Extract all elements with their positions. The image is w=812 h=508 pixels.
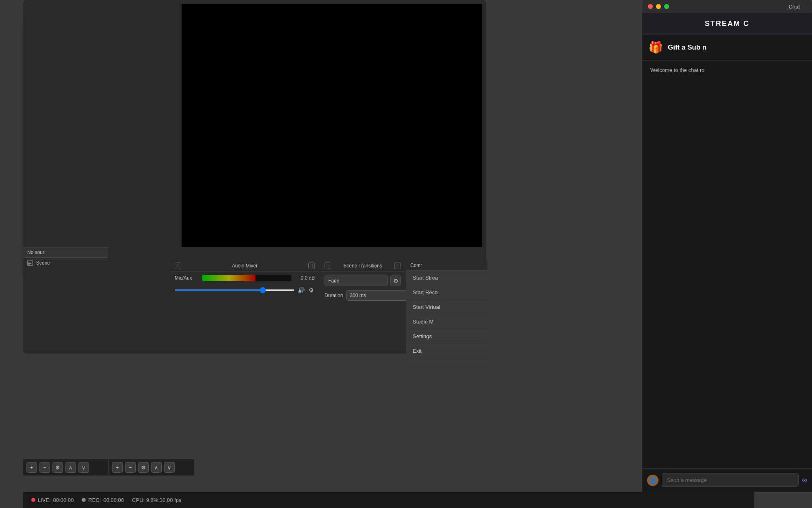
controls-header: Contr [406,261,487,271]
source-down-button[interactable]: ∨ [164,462,175,473]
audio-mixer-header: □ Audio Mixer □ [171,261,319,271]
cpu-status: CPU: 9.8%,30.00 fps [132,497,181,503]
scene-down-button[interactable]: ∨ [78,462,89,473]
audio-mixer-section: □ Audio Mixer □ Mic/Aux 0.0 dB 🔊 ⚙ [171,261,319,328]
duration-label: Duration [325,293,343,298]
chat-back-button[interactable]: ‹ [649,43,651,52]
scene-item[interactable]: ▶ Scene [23,258,108,268]
chat-maximize-light[interactable] [664,4,669,9]
studio-mode-button[interactable]: Studio M [406,315,487,329]
chat-minimize-light[interactable] [656,4,661,9]
gift-sub-banner[interactable]: ‹ 🎁 Gift a Sub n [642,35,812,60]
infinity-icon: ∞ [802,476,807,484]
stream-channel: STREAM C [650,20,804,28]
chat-welcome: Welcome to the chat ro [642,61,812,80]
scene-settings-button[interactable]: ⚙ [52,462,63,473]
scenes-panel: No sour ▶ Scene [23,247,108,330]
transitions-header: □ Scene Transitions □ [320,261,405,271]
rec-label: REC: [88,497,101,503]
chat-titlebar: Chat [642,0,812,13]
sources-toolbar: + − ⚙ ∧ ∨ [109,459,194,475]
transitions-title: Scene Transitions [343,263,382,269]
audio-mixer-expand-icon[interactable]: □ [175,263,181,269]
audio-mixer-title: Audio Mixer [232,263,258,269]
volume-meter [202,275,291,281]
scene-transitions-section: □ Scene Transitions □ Fade ⚙ Duration ▲ … [320,261,405,328]
add-scene-button[interactable]: + [26,462,37,473]
mic-aux-label: Mic/Aux [175,275,199,281]
start-recording-button[interactable]: Start Reco [406,285,487,300]
volume-bar [202,275,256,281]
source-settings-button[interactable]: ⚙ [138,462,149,473]
controls-title: Contr [410,263,422,268]
audio-controls: 🔊 ⚙ [171,286,319,294]
live-label: LIVE: [38,497,51,503]
chat-stream-header: STREAM C [642,13,812,35]
status-bar: LIVE: 00:00:00 REC: 00:00:00 CPU: 9.8%,3… [23,492,754,508]
transition-select[interactable]: Fade [325,276,388,286]
mute-button[interactable]: 🔊 [297,286,305,294]
scenes-header: No sour [23,247,108,258]
rec-status: REC: 00:00:00 [82,497,124,503]
settings-button[interactable]: Settings [406,329,487,344]
scenes-toolbar: + − ⚙ ∧ ∨ [23,459,108,475]
gift-sub-text: Gift a Sub n [668,43,706,52]
chat-close-light[interactable] [648,4,653,9]
rec-indicator [82,498,86,502]
source-up-button[interactable]: ∧ [151,462,162,473]
chat-panel: Chat STREAM C ‹ 🎁 Gift a Sub n Welcome t… [642,0,812,492]
audio-channel-row: Mic/Aux 0.0 dB [171,271,319,284]
remove-source-button[interactable]: − [125,462,136,473]
chat-title: Chat [789,4,800,10]
scene-up-button[interactable]: ∧ [65,462,76,473]
fade-select-wrap: Fade ⚙ [320,271,405,290]
audio-mixer-settings-icon[interactable]: □ [308,263,315,269]
chat-input-area: 👤 ∞ [642,468,812,492]
chat-avatar: 👤 [647,475,658,486]
transition-gear-button[interactable]: ⚙ [390,276,401,286]
live-status: LIVE: 00:00:00 [31,497,74,503]
audio-settings-button[interactable]: ⚙ [308,286,315,294]
transitions-settings-icon[interactable]: □ [394,263,401,269]
volume-slider[interactable] [175,289,294,291]
chat-input[interactable] [662,473,799,487]
duration-input[interactable] [346,290,414,301]
db-value: 0.0 dB [294,275,315,281]
remove-scene-button[interactable]: − [39,462,50,473]
live-indicator [31,498,35,502]
controls-section: Contr Start Strea Start Reco Start Virtu… [406,261,487,350]
add-source-button[interactable]: + [112,462,123,473]
duration-row: Duration ▲ ▼ [320,290,405,305]
exit-button[interactable]: Exit [406,344,487,358]
transitions-expand-icon[interactable]: □ [325,263,331,269]
rec-time: 00:00:00 [103,497,124,503]
start-virtual-button[interactable]: Start Virtual [406,300,487,315]
live-time: 00:00:00 [53,497,74,503]
preview-area [182,4,482,247]
scene-icon: ▶ [27,260,33,266]
start-stream-button[interactable]: Start Strea [406,271,487,285]
cpu-value: CPU: 9.8%,30.00 fps [132,497,181,503]
